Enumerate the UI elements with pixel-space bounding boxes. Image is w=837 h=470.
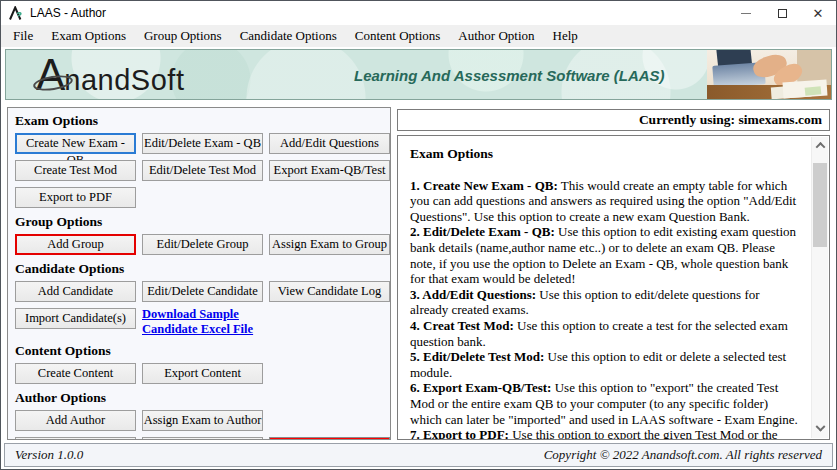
banner-photo — [707, 50, 831, 99]
close-button[interactable]: Close — [269, 437, 390, 440]
banner: A nandSoft Learning And Assessment Softw… — [5, 49, 832, 100]
edit-delete-group-button[interactable]: Edit/Delete Group — [142, 234, 263, 255]
button-row: Export to PDF — [15, 187, 390, 208]
close-icon[interactable]: ✕ — [800, 1, 836, 25]
scrollbar[interactable] — [811, 137, 828, 438]
help-paragraphs: 1. Create New Exam - QB: This would crea… — [410, 178, 799, 440]
menu-candidate-options[interactable]: Candidate Options — [231, 26, 346, 46]
minimize-icon[interactable] — [728, 1, 764, 25]
add-edit-questions-button[interactable]: Add/Edit Questions — [269, 133, 390, 154]
create-new-exam-qb-button[interactable]: Create New Exam - QB — [15, 133, 136, 154]
export-content-button[interactable]: Export Content — [142, 363, 263, 384]
add-group-button[interactable]: Add Group — [15, 234, 136, 255]
export-exam-qb-test-button[interactable]: Export Exam-QB/Test — [269, 160, 390, 181]
help-paragraph: 7. Export to PDF: Use this option to exp… — [410, 427, 799, 440]
main-area: Exam OptionsCreate New Exam - QBEdit/Del… — [1, 102, 836, 444]
help-text: Exam Options 1. Create New Exam - QB: Th… — [398, 136, 829, 440]
help-box: Exam Options 1. Create New Exam - QB: Th… — [397, 135, 830, 440]
scroll-thumb[interactable] — [813, 163, 827, 247]
window-title: LAAS - Author — [30, 6, 106, 20]
menu-file[interactable]: File — [4, 26, 42, 46]
edit-delete-exam-qb-button[interactable]: Edit/Delete Exam - QB — [142, 133, 263, 154]
edit-delete-candidate-button[interactable]: Edit/Delete Candidate — [142, 281, 263, 302]
button-row: Create New Exam - QBEdit/Delete Exam - Q… — [15, 133, 390, 154]
button-row: Import Candidate(s)Download SampleCandid… — [15, 308, 390, 337]
view-candidate-log-button[interactable]: View Candidate Log — [269, 281, 390, 302]
create-test-mod-button[interactable]: Create Test Mod — [15, 160, 136, 181]
banner-tagline: Learning And Assessment Software (LAAS) — [354, 67, 665, 84]
app-window: LAAS - Author ✕ FileExam OptionsGroup Op… — [0, 0, 837, 470]
app-logo-icon — [8, 6, 24, 21]
help-paragraph: 3. Add/Edit Questions: Use this option t… — [410, 287, 799, 318]
edit-delete-test-mod-button[interactable]: Edit/Delete Test Mod — [142, 160, 263, 181]
button-row: Add GroupEdit/Delete GroupAssign Exam to… — [15, 234, 390, 255]
copyright-label: Copyright © 2022 Anandsoft.com. All righ… — [544, 447, 822, 463]
logo-text: nandSoft — [64, 64, 184, 97]
button-row: BackupRestoreClose — [15, 437, 390, 440]
button-row: Add AuthorAssign Exam to Author — [15, 410, 390, 431]
help-paragraph: 4. Creat Test Mod: Use this option to cr… — [410, 318, 799, 349]
menu-help[interactable]: Help — [544, 26, 587, 46]
help-paragraph: 2. Edit/Delete Exam - QB: Use this optio… — [410, 224, 799, 286]
section-heading-exam-options: Exam Options — [15, 113, 390, 129]
scroll-up-icon[interactable] — [812, 137, 828, 154]
help-paragraph: 1. Create New Exam - QB: This would crea… — [410, 178, 799, 225]
currently-using-label: Currently using: simexams.com — [397, 109, 830, 131]
export-to-pdf-button[interactable]: Export to PDF — [15, 187, 136, 208]
window-controls: ✕ — [728, 1, 836, 25]
maximize-icon[interactable] — [764, 1, 800, 25]
anandsoft-logo: A nandSoft — [36, 52, 184, 98]
logo-initial: A — [36, 52, 64, 98]
section-heading-content-options: Content Options — [15, 343, 390, 359]
menu-content-options[interactable]: Content Options — [346, 26, 450, 46]
button-row: Create ContentExport Content — [15, 363, 390, 384]
section-heading-candidate-options: Candidate Options — [15, 261, 390, 277]
create-content-button[interactable]: Create Content — [15, 363, 136, 384]
add-candidate-button[interactable]: Add Candidate — [15, 281, 136, 302]
help-paragraph: 5. Edit/Delete Test Mod: Use this option… — [410, 349, 799, 380]
help-paragraph: 6. Export Exam-QB/Test: Use this option … — [410, 380, 799, 427]
assign-exam-to-author-button[interactable]: Assign Exam to Author — [142, 410, 263, 431]
status-bar: Version 1.0.0 Copyright © 2022 Anandsoft… — [4, 443, 833, 467]
assign-exam-to-group-button[interactable]: Assign Exam to Group — [269, 234, 390, 255]
version-label: Version 1.0.0 — [15, 447, 83, 463]
backup-button[interactable]: Backup — [15, 437, 136, 440]
add-author-button[interactable]: Add Author — [15, 410, 136, 431]
menu-bar: FileExam OptionsGroup OptionsCandidate O… — [1, 25, 836, 47]
button-row: Create Test ModEdit/Delete Test ModExpor… — [15, 160, 390, 181]
import-candidate-s-button[interactable]: Import Candidate(s) — [15, 308, 136, 329]
button-row: Add CandidateEdit/Delete CandidateView C… — [15, 281, 390, 302]
left-panel: Exam OptionsCreate New Exam - QBEdit/Del… — [7, 107, 391, 440]
section-heading-author-options: Author Options — [15, 390, 390, 406]
section-heading-group-options: Group Options — [15, 214, 390, 230]
download-sample-link[interactable]: Download SampleCandidate Excel File — [142, 307, 292, 337]
scroll-down-icon[interactable] — [812, 421, 828, 438]
menu-exam-options[interactable]: Exam Options — [42, 26, 135, 46]
title-bar: LAAS - Author ✕ — [1, 1, 836, 25]
menu-group-options[interactable]: Group Options — [135, 26, 231, 46]
restore-button[interactable]: Restore — [142, 437, 263, 440]
menu-author-option[interactable]: Author Option — [449, 26, 543, 46]
help-heading: Exam Options — [410, 146, 799, 162]
